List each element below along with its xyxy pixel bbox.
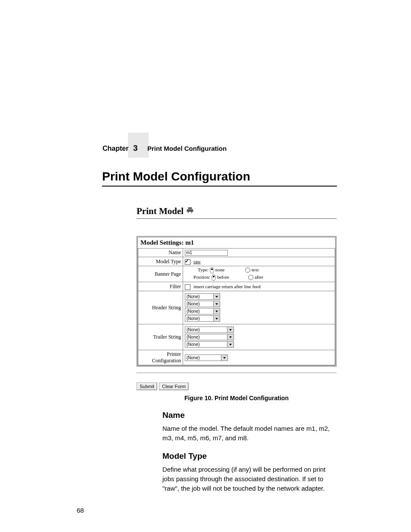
figure-bottom-rule [137,373,336,373]
banner-pos-after-radio[interactable] [248,275,253,280]
header-string-label: Header String [138,291,183,324]
figure-heading-text: Print Model [137,206,184,217]
section-name-body: Name of the model. The default model nam… [162,424,339,443]
banner-pos-after-text: after [255,274,263,280]
panel-title: Model Settings: m1 [138,237,335,248]
banner-pos-before-text: before [217,274,229,280]
chevron-down-icon [213,316,220,321]
header-select-1-value: (None) [187,294,200,299]
header-select-3[interactable]: (None) [185,308,220,314]
trailer-select-1-value: (None) [187,327,200,332]
submit-button[interactable]: Submit [137,383,157,390]
banner-type-none-radio[interactable] [210,267,214,274]
trailer-string-label: Trailer String [138,324,183,350]
clear-form-button[interactable]: Clear Form [159,383,189,390]
button-row: Submit Clear Form [137,383,336,390]
trailer-select-3-value: (None) [187,342,200,347]
chevron-down-icon [227,327,234,333]
section-name-heading: Name [162,411,185,420]
filter-label: Filter [138,282,183,291]
figure-heading-rule [137,218,336,219]
filter-text: insert carriage return after line feed [193,284,260,289]
header-select-4-value: (None) [187,316,200,321]
chevron-down-icon [213,301,220,307]
chevron-down-icon [213,294,220,299]
trailer-select-2[interactable]: (None) [185,334,234,340]
banner-type-text-radio[interactable] [245,268,250,273]
section-modeltype-heading: Model Type [162,451,207,461]
printer-icon [186,206,194,217]
section-modeltype-body: Define what processing (if any) will be … [162,465,339,493]
header-select-4[interactable]: (None) [185,315,220,322]
header-select-2[interactable]: (None) [185,301,220,307]
figure-heading: Print Model [137,206,336,217]
header-select-1[interactable]: (None) [185,293,220,300]
chapter-number: 3 [133,143,138,152]
chevron-down-icon [221,355,227,361]
header-select-2-value: (None) [187,302,200,306]
header-select-3-value: (None) [187,309,200,314]
running-header: Chapter 3 Print Model Configuration [103,143,227,153]
printer-config-label-l1: Printer [167,351,181,357]
printer-config-label: Printer Configuration [138,350,183,365]
banner-type-row: Type: none text [185,267,333,274]
modeltype-value[interactable]: raw [193,259,201,264]
trailer-string-stack: (None) (None) (None) [185,325,333,349]
name-input[interactable]: m1 [185,250,228,256]
printer-config-select[interactable]: (None) [185,355,228,361]
page-number: 68 [77,507,84,514]
trailer-select-2-value: (None) [187,335,200,339]
banner-type-label: Type: [198,267,209,272]
banner-type-text-text: text [252,267,259,272]
figure-caption: Figure 10. Print Model Configuration [137,395,336,401]
banner-label: Banner Page [138,266,183,282]
banner-pos-before-radio[interactable] [212,274,216,281]
title-rule [102,186,337,187]
page-title: Print Model Configuration [102,170,250,184]
modeltype-label: Model Type [138,257,183,266]
printer-config-label-l2: Configuration [152,358,181,364]
header-string-stack: (None) (None) (None) (None) [185,292,333,323]
running-title: Print Model Configuration [147,145,227,152]
name-label: Name [138,249,183,257]
chevron-down-icon [227,334,234,340]
banner-pos-label: Position: [193,274,210,280]
chevron-down-icon [227,342,234,347]
banner-pos-row: Position: before after [185,274,333,281]
settings-table: Name m1 Model Type raw Banner Page [138,248,335,365]
filter-checkbox[interactable] [185,284,190,290]
figure-container: Print Model Model Settings: m1 Name m1 M… [137,206,336,390]
printer-config-select-value: (None) [187,355,200,360]
settings-panel: Model Settings: m1 Name m1 Model Type ra… [137,236,336,367]
chapter-word: Chapter [103,145,128,152]
trailer-select-3[interactable]: (None) [185,341,234,348]
trailer-select-1[interactable]: (None) [185,327,234,333]
document-page: Chapter 3 Print Model Configuration Prin… [0,0,411,532]
banner-type-none-text: none [215,267,224,272]
chevron-down-icon [213,308,220,314]
modeltype-checkbox[interactable] [185,259,190,265]
